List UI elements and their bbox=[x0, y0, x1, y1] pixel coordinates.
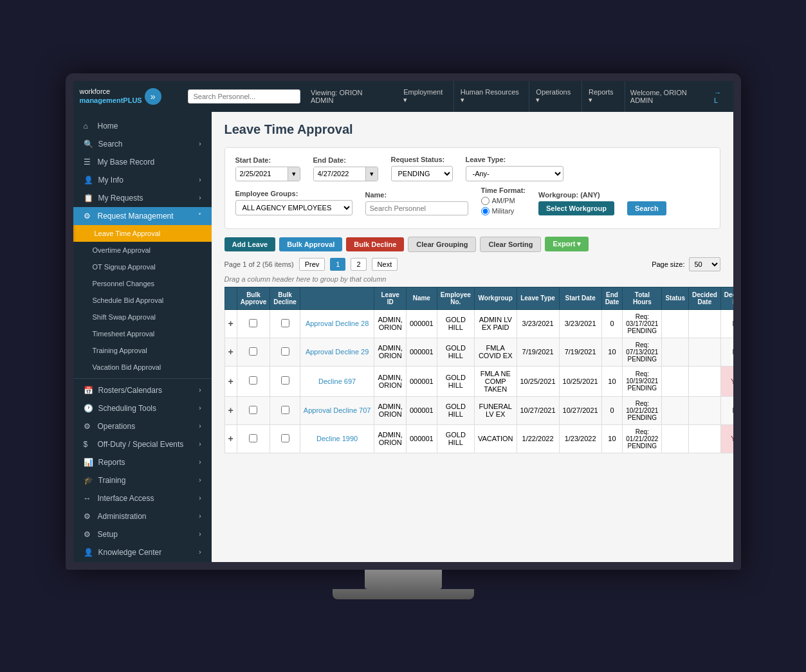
clear-grouping-button[interactable]: Clear Grouping bbox=[408, 237, 476, 252]
sidebar-item-my-requests[interactable]: 📋 My Requests › bbox=[73, 189, 212, 207]
leave-id-link-3[interactable]: 707 bbox=[359, 406, 371, 414]
sidebar-item-setup[interactable]: ⚙ Setup › bbox=[73, 525, 212, 543]
expand-cell-1[interactable]: + bbox=[224, 338, 237, 366]
expand-button-0[interactable]: + bbox=[228, 318, 234, 329]
expand-cell-4[interactable]: + bbox=[224, 424, 237, 453]
end-date-calendar-button[interactable]: ▾ bbox=[365, 167, 378, 181]
sidebar-item-knowledge-center[interactable]: 👤 Knowledge Center › bbox=[73, 543, 212, 561]
search-button[interactable]: Search bbox=[627, 201, 666, 215]
approval-link[interactable]: Approval bbox=[306, 320, 333, 327]
bulk-decline-checkbox-0[interactable] bbox=[281, 319, 289, 327]
nav-hr[interactable]: Human Resources ▾ bbox=[454, 81, 530, 112]
end-date-input-wrap: ▾ bbox=[313, 167, 378, 181]
add-leave-button[interactable]: Add Leave bbox=[224, 237, 276, 251]
employee-groups-select[interactable]: ALL AGENCY EMPLOYEES bbox=[236, 201, 352, 215]
leave-type-cell-2: FMLA NE COMP TAKEN bbox=[474, 366, 517, 396]
bulk-decline-checkbox-3[interactable] bbox=[281, 406, 289, 414]
bulk-approve-checkbox-1[interactable] bbox=[249, 347, 257, 356]
leave-id-link-2[interactable]: 697 bbox=[344, 377, 356, 385]
sidebar-item-shift-swap[interactable]: Shift Swap Approval bbox=[73, 309, 212, 325]
expand-cell-3[interactable]: + bbox=[224, 396, 237, 424]
actions-cell-0: Approval Decline 28 bbox=[300, 309, 374, 338]
leave-id-link-1[interactable]: 29 bbox=[361, 348, 369, 356]
th-employee-no: EmployeeNo. bbox=[437, 287, 474, 309]
expand-button-2[interactable]: + bbox=[228, 376, 234, 386]
top-search-input[interactable] bbox=[188, 89, 301, 104]
start-date-calendar-button[interactable]: ▾ bbox=[288, 167, 300, 181]
sidebar-item-scheduling-tools[interactable]: 🕐 Scheduling Tools › bbox=[73, 399, 212, 417]
leave-type-select[interactable]: -Any- bbox=[466, 167, 563, 181]
sidebar-item-schedule-bid[interactable]: Schedule Bid Approval bbox=[73, 292, 212, 309]
decline-link[interactable]: Decline bbox=[316, 435, 340, 442]
leave-id-link-0[interactable]: 28 bbox=[361, 320, 369, 327]
clear-sorting-button[interactable]: Clear Sorting bbox=[480, 237, 541, 252]
expand-button-1[interactable]: + bbox=[228, 347, 234, 357]
sidebar-item-operations[interactable]: ⚙ Operations › bbox=[73, 417, 212, 435]
bulk-approve-checkbox-2[interactable] bbox=[249, 376, 257, 385]
nav-operations[interactable]: Operations ▾ bbox=[529, 81, 582, 112]
sidebar-item-ot-signup[interactable]: OT Signup Approval bbox=[73, 259, 212, 275]
status-cell-0: Req: 03/17/2021 PENDING bbox=[623, 309, 662, 338]
sidebar-item-leave-time-approval[interactable]: Leave Time Approval bbox=[73, 225, 212, 242]
expand-button-4[interactable]: + bbox=[228, 433, 234, 444]
approval-link[interactable]: Approval bbox=[304, 406, 331, 414]
sidebar-item-home[interactable]: ⌂ Home bbox=[73, 117, 212, 135]
sidebar-item-vacation-bid[interactable]: Vacation Bid Approval bbox=[73, 359, 212, 376]
nav-reports[interactable]: Reports ▾ bbox=[582, 81, 625, 112]
sidebar-item-base-record[interactable]: ☰ My Base Record bbox=[73, 153, 212, 171]
page-size-select[interactable]: 50 25 100 bbox=[689, 257, 720, 271]
sidebar-administration-label: Administration bbox=[98, 512, 147, 521]
prev-page-button[interactable]: Prev bbox=[299, 258, 325, 271]
page-2-button[interactable]: 2 bbox=[351, 258, 366, 271]
ampm-radio-row: AM/PM bbox=[481, 197, 526, 205]
sidebar-item-personnel-changes[interactable]: Personnel Changes bbox=[73, 275, 212, 292]
bulk-approval-button[interactable]: Bulk Approval bbox=[279, 237, 342, 251]
sidebar-item-request-management[interactable]: ⚙ Request Management ˅ bbox=[73, 207, 212, 225]
bulk-decline-checkbox-2[interactable] bbox=[281, 376, 289, 385]
start-date-input[interactable] bbox=[236, 167, 288, 180]
sidebar-item-interface-access[interactable]: ↔ Interface Access › bbox=[73, 489, 212, 507]
sidebar-item-timesheet[interactable]: Timesheet Approval bbox=[73, 325, 212, 342]
decline-link[interactable]: Decline bbox=[318, 377, 342, 385]
sidebar-item-overtime-approval[interactable]: Overtime Approval bbox=[73, 242, 212, 259]
leave-id-link-4[interactable]: 1990 bbox=[342, 435, 358, 442]
bulk-decline-button[interactable]: Bulk Decline bbox=[346, 237, 404, 251]
approval-link[interactable]: Approval bbox=[306, 348, 333, 356]
bulk-decline-checkbox-1[interactable] bbox=[281, 347, 289, 356]
person-icon: 👤 bbox=[84, 176, 93, 185]
expand-cell-0[interactable]: + bbox=[224, 309, 237, 338]
decline-link[interactable]: Decline bbox=[335, 348, 359, 356]
sidebar-item-off-duty[interactable]: $ Off-Duty / Special Events › bbox=[73, 435, 212, 453]
sidebar-item-training[interactable]: 🎓 Training › bbox=[73, 471, 212, 489]
end-date-input[interactable] bbox=[314, 167, 365, 180]
bulk-approve-checkbox-3[interactable] bbox=[249, 406, 257, 414]
select-workgroup-button[interactable]: Select Workgroup bbox=[538, 201, 614, 215]
sidebar-item-reports[interactable]: 📊 Reports › bbox=[73, 453, 212, 471]
page-1-button[interactable]: 1 bbox=[330, 258, 345, 271]
sidebar-item-search[interactable]: 🔍 Search › bbox=[73, 135, 212, 153]
expand-cell-2[interactable]: + bbox=[224, 366, 237, 396]
decline-link[interactable]: Decline bbox=[333, 406, 357, 414]
request-status-select[interactable]: PENDING APPROVED DECLINED bbox=[392, 167, 452, 181]
sidebar-item-my-info[interactable]: 👤 My Info › bbox=[73, 171, 212, 189]
logout-button[interactable]: → L bbox=[714, 89, 727, 104]
start-date-label: Start Date: bbox=[235, 156, 300, 164]
bulk-approve-checkbox-4[interactable] bbox=[249, 434, 257, 442]
sidebar-item-administration[interactable]: ⚙ Administration › bbox=[73, 507, 212, 525]
bulk-decline-checkbox-4[interactable] bbox=[281, 434, 289, 442]
nav-arrow-button[interactable]: » bbox=[145, 88, 161, 105]
nav-employment[interactable]: Employment ▾ bbox=[395, 81, 454, 112]
sidebar-item-training-approval[interactable]: Training Approval bbox=[73, 342, 212, 359]
chevron-right-icon: › bbox=[199, 140, 201, 147]
sidebar-item-rosters[interactable]: 📅 Rosters/Calendars › bbox=[73, 381, 212, 399]
military-radio[interactable] bbox=[481, 207, 490, 215]
name-search-input[interactable] bbox=[365, 201, 468, 215]
bulk-approve-checkbox-0[interactable] bbox=[249, 319, 257, 327]
expand-button-3[interactable]: + bbox=[228, 405, 234, 415]
ampm-radio[interactable] bbox=[481, 197, 490, 205]
decided-date-cell-0 bbox=[662, 309, 689, 338]
drag-hint: Drag a column header here to group by th… bbox=[224, 275, 720, 283]
decline-link[interactable]: Decline bbox=[335, 320, 359, 327]
next-page-button[interactable]: Next bbox=[372, 258, 398, 271]
export-button[interactable]: Export ▾ bbox=[545, 237, 589, 251]
